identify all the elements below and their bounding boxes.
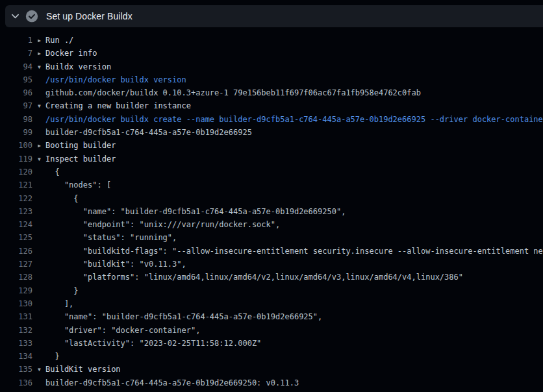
log-text: "name": "builder-d9cfb5a1-c764-445a-a57e… xyxy=(38,310,322,323)
log-group-toggle[interactable]: ▶Booting builder xyxy=(38,139,116,152)
line-number[interactable]: 119 xyxy=(0,153,32,165)
triangle-right-icon[interactable]: ▶ xyxy=(38,140,45,152)
log-viewer: 1▶Run ./7▶Docker info94▼Buildx version95… xyxy=(0,30,543,392)
line-number[interactable]: 126 xyxy=(0,245,32,258)
log-line: 136builder-d9cfb5a1-c764-445a-a57e-0b19d… xyxy=(0,376,543,389)
line-number[interactable]: 98 xyxy=(0,113,32,126)
log-line: 127 "buildkit": "v0.11.3", xyxy=(0,258,543,271)
log-text: "platforms": "linux/amd64,linux/amd64/v2… xyxy=(38,271,463,284)
log-group-toggle[interactable]: ▼BuildKit version xyxy=(38,363,121,376)
chevron-down-icon[interactable] xyxy=(12,14,19,19)
line-number[interactable]: 1 xyxy=(0,34,32,47)
log-command-text: /usr/bin/docker buildx version xyxy=(38,73,186,86)
log-group-line: 94▼Buildx version xyxy=(0,60,543,73)
triangle-down-icon[interactable]: ▼ xyxy=(38,363,45,376)
line-number[interactable]: 99 xyxy=(0,126,32,139)
log-group-line: 100▶Booting builder xyxy=(0,139,543,152)
log-group-label: Booting builder xyxy=(45,141,116,150)
line-number[interactable]: 95 xyxy=(0,73,32,86)
line-number[interactable]: 131 xyxy=(0,310,32,323)
log-text: } xyxy=(38,284,79,297)
log-group-label: BuildKit version xyxy=(45,365,121,374)
line-number[interactable]: 100 xyxy=(0,139,32,152)
step-header[interactable]: Set up Docker Buildx xyxy=(5,5,543,27)
log-group-line: 97▼Creating a new builder instance xyxy=(0,99,543,112)
log-group-line: 135▼BuildKit version xyxy=(0,363,543,376)
log-group-label: Docker info xyxy=(45,49,97,58)
line-number[interactable]: 127 xyxy=(0,258,32,271)
log-text: "name": "builder-d9cfb5a1-c764-445a-a57e… xyxy=(38,205,346,218)
log-text: "buildkitd-flags": "--allow-insecure-ent… xyxy=(38,245,543,258)
log-group-line: 7▶Docker info xyxy=(0,47,543,60)
line-number[interactable]: 121 xyxy=(0,178,32,191)
log-line: 130 ], xyxy=(0,297,543,310)
line-number[interactable]: 134 xyxy=(0,350,32,363)
log-line: 132 "driver": "docker-container", xyxy=(0,324,543,337)
log-group-toggle[interactable]: ▼Inspect builder xyxy=(38,153,116,165)
log-line: 128 "platforms": "linux/amd64,linux/amd6… xyxy=(0,271,543,284)
step-title: Set up Docker Buildx xyxy=(46,11,133,21)
line-number[interactable]: 136 xyxy=(0,376,32,389)
log-group-label: Inspect builder xyxy=(45,154,116,164)
line-number[interactable]: 129 xyxy=(0,284,32,297)
log-text: ], xyxy=(38,297,73,310)
line-number[interactable]: 124 xyxy=(0,218,32,231)
log-text: "driver": "docker-container", xyxy=(38,324,200,337)
log-group-toggle[interactable]: ▶Run ./ xyxy=(38,34,73,47)
triangle-right-icon[interactable]: ▶ xyxy=(38,34,45,47)
log-line: 123 "name": "builder-d9cfb5a1-c764-445a-… xyxy=(0,205,543,218)
log-text: "endpoint": "unix:///var/run/docker.sock… xyxy=(38,218,280,231)
log-line: 134 } xyxy=(0,350,543,363)
check-circle-icon xyxy=(25,10,38,23)
log-text: builder-d9cfb5a1-c764-445a-a57e-0b19d2e6… xyxy=(38,376,299,389)
log-group-line: 119▼Inspect builder xyxy=(0,153,543,165)
log-text: } xyxy=(38,350,60,363)
line-number[interactable]: 94 xyxy=(0,60,32,73)
triangle-right-icon[interactable]: ▶ xyxy=(38,47,45,60)
line-number[interactable]: 133 xyxy=(0,337,32,350)
log-line: 96github.com/docker/buildx 0.10.3+azure-… xyxy=(0,86,543,99)
log-command-text: /usr/bin/docker buildx create --name bui… xyxy=(38,113,543,126)
log-group-line: 1▶Run ./ xyxy=(0,34,543,47)
log-group-toggle[interactable]: ▼Buildx version xyxy=(38,60,111,73)
line-number[interactable]: 123 xyxy=(0,205,32,218)
line-number[interactable]: 97 xyxy=(0,99,32,112)
log-text: "lastActivity": "2023-02-25T11:58:12.000… xyxy=(38,337,261,350)
line-number[interactable]: 128 xyxy=(0,271,32,284)
line-number[interactable]: 122 xyxy=(0,192,32,205)
log-text: "nodes": [ xyxy=(38,178,111,191)
log-line: 121 "nodes": [ xyxy=(0,178,543,191)
log-line: 131 "name": "builder-d9cfb5a1-c764-445a-… xyxy=(0,310,543,323)
log-text: "buildkit": "v0.11.3", xyxy=(38,258,186,271)
log-group-label: Creating a new builder instance xyxy=(45,101,191,110)
log-line: 122 { xyxy=(0,192,543,205)
log-text: { xyxy=(38,165,60,178)
log-text: { xyxy=(38,192,79,205)
line-number[interactable]: 7 xyxy=(0,47,32,60)
log-line: 129 } xyxy=(0,284,543,297)
log-group-toggle[interactable]: ▼Creating a new builder instance xyxy=(38,99,191,112)
log-line: 133 "lastActivity": "2023-02-25T11:58:12… xyxy=(0,337,543,350)
line-number[interactable]: 130 xyxy=(0,297,32,310)
log-group-toggle[interactable]: ▶Docker info xyxy=(38,47,97,60)
log-group-label: Buildx version xyxy=(45,62,111,71)
log-text: "status": "running", xyxy=(38,231,177,244)
line-number[interactable]: 125 xyxy=(0,231,32,244)
log-line: 120 { xyxy=(0,165,543,178)
line-number[interactable]: 96 xyxy=(0,86,32,99)
log-line: 125 "status": "running", xyxy=(0,231,543,244)
triangle-down-icon[interactable]: ▼ xyxy=(38,61,45,73)
log-line: 95/usr/bin/docker buildx version xyxy=(0,73,543,86)
log-line: 98/usr/bin/docker buildx create --name b… xyxy=(0,113,543,126)
line-number[interactable]: 132 xyxy=(0,324,32,337)
triangle-down-icon[interactable]: ▼ xyxy=(38,100,45,112)
log-group-label: Run ./ xyxy=(45,36,73,45)
log-line: 99builder-d9cfb5a1-c764-445a-a57e-0b19d2… xyxy=(0,126,543,139)
log-line: 126 "buildkitd-flags": "--allow-insecure… xyxy=(0,245,543,258)
triangle-down-icon[interactable]: ▼ xyxy=(38,153,45,165)
line-number[interactable]: 135 xyxy=(0,363,32,376)
line-number[interactable]: 120 xyxy=(0,165,32,178)
log-text: builder-d9cfb5a1-c764-445a-a57e-0b19d2e6… xyxy=(38,126,252,139)
log-line: 124 "endpoint": "unix:///var/run/docker.… xyxy=(0,218,543,231)
log-text: github.com/docker/buildx 0.10.3+azure-1 … xyxy=(38,86,421,99)
